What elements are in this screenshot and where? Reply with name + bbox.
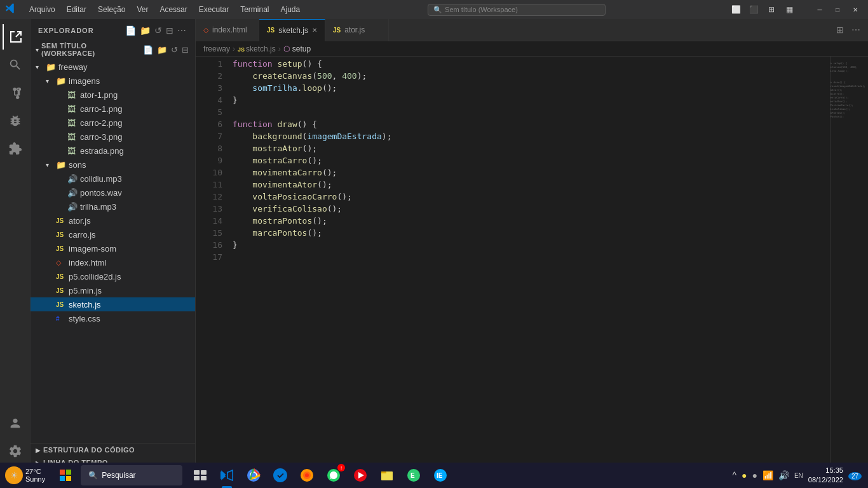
taskbar-apps2[interactable]: E [401,463,426,488]
activity-git[interactable] [3,80,28,105]
chevron-freeway: ▾ [36,64,46,71]
ws-collapse[interactable]: ⊟ [180,44,190,55]
tree-file-ator1[interactable]: 🖼 ator-1.png [31,88,195,102]
activity-explorer[interactable] [3,24,28,50]
custom-btn[interactable]: ▦ [782,2,797,17]
workspace-chevron: ▾ [36,46,39,53]
menu-executar[interactable]: Executar [194,4,234,15]
volume-icon[interactable]: 🔊 [777,469,790,482]
tree-file-estrada[interactable]: 🖼 estrada.png [31,144,195,158]
panels-btn[interactable]: ⊞ [764,2,779,17]
tree-file-p5min[interactable]: JS p5.min.js [31,283,195,297]
tree-folder-sons[interactable]: ▾ 📁 sons [31,158,195,172]
tree-file-stylecss[interactable]: # style.css [31,311,195,325]
sidebar-header: EXPLORADOR 📄 📁 ↺ ⊟ ⋯ [31,19,195,39]
taskbar-vscode[interactable] [214,463,240,488]
ws-refresh[interactable]: ↺ [170,44,179,55]
folder-icon-sons: 📁 [56,160,66,170]
search-bar[interactable]: 🔍 Sem título (Workspace) [428,4,606,16]
taskbar-vscode2[interactable] [268,463,293,488]
label-imagemsom: imagem-som [69,244,116,254]
taskbar-apps: ! E IE [187,463,453,488]
taskbar-firefox[interactable] [294,463,320,488]
split-btn[interactable]: ⬛ [746,2,761,17]
tray-icon2[interactable]: ● [750,469,758,482]
label-estrutura: ESTRUTURA DO CÓDIGO [43,446,135,454]
workspace-header[interactable]: ▾ SEM TÍTULO (WORKSPACE) 📄 📁 ↺ ⊟ [31,39,195,60]
tree-file-pontos[interactable]: 🔊 pontos.wav [31,186,195,200]
breadcrumb-setup[interactable]: ⬡ setup [283,44,311,53]
section-estrutura[interactable]: ▶ ESTRUTURA DO CÓDIGO [31,444,195,456]
tray-chevron[interactable]: ^ [731,469,738,482]
start-button[interactable] [53,465,78,485]
more-actions-btn[interactable]: ⋯ [849,24,863,36]
taskbar-explorer[interactable] [374,463,400,488]
activity-debug[interactable] [3,108,28,133]
ws-new-file[interactable]: 📄 [142,44,154,55]
tree-folder-imagens[interactable]: ▾ 📁 imagens [31,74,195,88]
tree-file-carro2[interactable]: 🖼 carro-2.png [31,116,195,130]
taskbar-weather[interactable]: ☀ 27°C Sunny [5,466,45,484]
whatsapp-badge: ! [337,464,345,471]
tree-file-colidiu[interactable]: 🔊 colidiu.mp3 [31,172,195,186]
code-editor[interactable]: 12345 678910 1112131415 1617 function se… [196,57,868,469]
ws-new-folder[interactable]: 📁 [156,44,168,55]
minimize-btn[interactable]: ─ [812,2,827,17]
breadcrumb-sketchjs[interactable]: JSsketch.js [238,44,276,53]
tree-file-atorjs[interactable]: JS ator.js [31,214,195,227]
code-line-10: movimentaCarro(); [233,166,830,179]
titlebar-right: ⬜ ⬛ ⊞ ▦ ─ □ ✕ [728,2,863,17]
network-icon[interactable]: 📶 [761,469,775,482]
breadcrumb-freeway[interactable]: freeway [203,44,230,53]
layout-btn[interactable]: ⬜ [728,2,743,17]
svg-point-14 [305,473,309,477]
menu-ajuda[interactable]: Ajuda [276,4,306,15]
new-file-btn[interactable]: 📄 [124,24,137,37]
label-colidiu: colidiu.mp3 [80,174,122,184]
menu-editar[interactable]: Editar [62,4,92,15]
collapse-btn[interactable]: ⊟ [165,24,175,37]
tree-file-imagemsom[interactable]: JS imagem-som [31,241,195,255]
taskbar-search-icon: 🔍 [88,471,98,480]
tab-close-sketchjs[interactable]: ✕ [312,27,317,34]
code-content[interactable]: function setup() { createCanvas(500, 400… [227,57,830,469]
menu-terminal[interactable]: Terminal [235,4,274,15]
menu-selecao[interactable]: Seleção [93,4,130,15]
taskbar-chrome[interactable] [241,463,266,488]
close-btn[interactable]: ✕ [848,2,863,17]
tree-folder-freeway[interactable]: ▾ 📁 freeway [31,60,195,74]
tree-file-carro1[interactable]: 🖼 carro-1.png [31,102,195,116]
taskbar-taskview[interactable] [187,463,213,488]
tab-sketchjs[interactable]: JS sketch.js ✕ [259,19,325,41]
activity-extensions[interactable] [3,136,28,161]
menu-acessar[interactable]: Acessar [154,4,192,15]
taskbar-media[interactable] [348,463,373,488]
notification-area[interactable]: 27 [847,469,863,482]
time-date[interactable]: 15:35 08/12/2022 [808,466,843,485]
tree-file-trilha[interactable]: 🔊 trilha.mp3 [31,200,195,214]
tab-indexhtml[interactable]: ◇ index.html [196,19,259,41]
new-folder-btn[interactable]: 📁 [139,24,152,37]
sidebar-actions: 📄 📁 ↺ ⊟ ⋯ [124,24,187,37]
more-btn[interactable]: ⋯ [176,24,187,37]
split-editor-btn[interactable]: ⊞ [834,24,846,36]
keyboard-icon[interactable]: EN [793,471,804,480]
taskbar-browser2[interactable]: IE [428,463,453,488]
taskbar-search[interactable]: 🔍 Pesquisar [81,465,182,485]
tree-file-sketchjs[interactable]: JS sketch.js [31,297,195,311]
activity-settings[interactable] [3,438,28,464]
tree-file-p5collide[interactable]: JS p5.collide2d.js [31,269,195,283]
tab-atorjs[interactable]: JS ator.js [325,19,389,41]
activity-account[interactable] [3,410,28,436]
tree-file-indexhtml[interactable]: ◇ index.html [31,255,195,269]
menu-ver[interactable]: Ver [132,4,153,15]
maximize-btn[interactable]: □ [830,2,845,17]
label-sons: sons [69,160,86,170]
menu-arquivo[interactable]: Arquivo [24,4,60,15]
activity-search[interactable] [3,52,28,78]
taskbar-whatsapp[interactable]: ! [321,463,346,488]
tree-file-carro3[interactable]: 🖼 carro-3.png [31,130,195,144]
refresh-btn[interactable]: ↺ [153,24,163,37]
tray-icon1[interactable]: ● [740,469,748,482]
tree-file-carrojs[interactable]: JS carro.js [31,227,195,241]
